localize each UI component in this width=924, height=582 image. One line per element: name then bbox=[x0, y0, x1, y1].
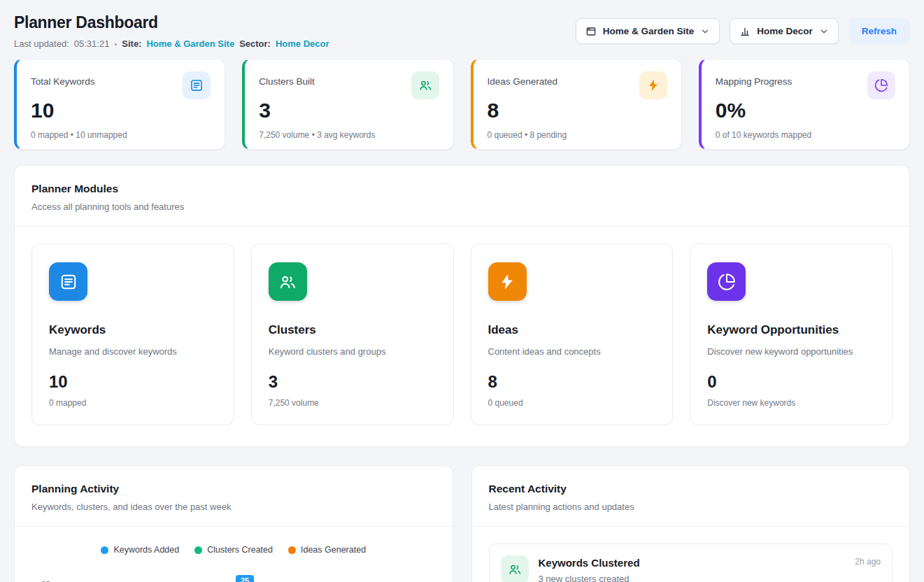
stat-card-top: Total Keywords bbox=[31, 71, 211, 99]
stat-card-clusters-built: Clusters Built 3 7,250 volume • 3 avg ke… bbox=[242, 59, 453, 150]
panel-title: Planning Activity bbox=[31, 483, 436, 495]
planner-modules-panel: Planner Modules Access all planning tool… bbox=[14, 165, 910, 447]
legend-item-clusters-created[interactable]: Clusters Created bbox=[194, 545, 273, 555]
pie-chart-icon bbox=[707, 262, 746, 301]
site-selector-value: Home & Garden Site bbox=[603, 26, 695, 36]
stat-card-ideas-generated: Ideas Generated 8 0 queued • 8 pending bbox=[471, 59, 682, 150]
meta-line: Last updated: 05:31:21 • Site: Home & Ga… bbox=[14, 38, 329, 49]
module-caption: 7,250 volume bbox=[269, 398, 436, 408]
lightning-icon bbox=[488, 262, 527, 301]
stat-value: 3 bbox=[259, 100, 439, 121]
chart-legend: Keywords Added Clusters Created Ideas Ge… bbox=[15, 545, 453, 555]
stat-label: Mapping Progress bbox=[716, 71, 792, 87]
module-card-keywords[interactable]: Keywords Manage and discover keywords 10… bbox=[31, 243, 234, 425]
module-description: Manage and discover keywords bbox=[49, 346, 217, 357]
stat-value: 8 bbox=[488, 100, 667, 121]
sector-label: Sector: bbox=[239, 38, 271, 49]
stat-caption: 7,250 volume • 3 avg keywords bbox=[259, 130, 439, 140]
legend-item-keywords-added[interactable]: Keywords Added bbox=[101, 545, 179, 555]
stat-value: 10 bbox=[31, 100, 211, 121]
module-value: 8 bbox=[488, 372, 656, 392]
stat-label: Ideas Generated bbox=[488, 71, 558, 87]
stat-value: 0% bbox=[716, 100, 895, 121]
stat-cards-row: Total Keywords 10 0 mapped • 10 unmapped… bbox=[14, 59, 910, 150]
module-card-keyword-opportunities[interactable]: Keyword Opportunities Discover new keywo… bbox=[690, 243, 893, 425]
module-caption: Discover new keywords bbox=[707, 398, 875, 408]
module-value: 10 bbox=[49, 372, 217, 392]
module-value: 3 bbox=[269, 372, 436, 392]
legend-label: Clusters Created bbox=[207, 545, 273, 555]
module-title: Ideas bbox=[488, 323, 656, 337]
stat-card-top: Mapping Progress bbox=[716, 71, 895, 99]
last-updated-label: Last updated: bbox=[14, 38, 69, 49]
legend-label: Ideas Generated bbox=[301, 545, 366, 555]
bar-chart-icon bbox=[739, 26, 751, 37]
module-description: Content ideas and concepts bbox=[488, 346, 656, 357]
recent-item-title: Keywords Clustered bbox=[539, 557, 846, 569]
panel-subtitle: Access all planning tools and features bbox=[31, 201, 893, 212]
planning-activity-panel: Planning Activity Keywords, clusters, an… bbox=[14, 465, 453, 582]
site-link[interactable]: Home & Garden Site bbox=[146, 38, 234, 49]
recent-item-body: Keywords Clustered 3 new clusters create… bbox=[539, 555, 846, 582]
header-left: Planner Dashboard Last updated: 05:31:21… bbox=[14, 14, 329, 49]
users-icon bbox=[269, 262, 307, 301]
sector-selector-dropdown[interactable]: Home Decor bbox=[730, 18, 839, 44]
stat-caption: 0 of 10 keywords mapped bbox=[716, 130, 895, 140]
meta-separator: • bbox=[114, 40, 117, 48]
pie-chart-icon bbox=[867, 71, 895, 99]
refresh-button[interactable]: Refresh bbox=[848, 18, 910, 44]
stat-card-top: Ideas Generated bbox=[488, 71, 667, 99]
module-description: Discover new keyword opportunities bbox=[707, 346, 875, 357]
sector-link[interactable]: Home Decor bbox=[276, 38, 329, 49]
modules-grid: Keywords Manage and discover keywords 10… bbox=[15, 227, 909, 446]
lightning-icon bbox=[639, 71, 667, 99]
divider bbox=[472, 526, 910, 527]
panel-header: Planner Modules Access all planning tool… bbox=[15, 166, 909, 226]
stat-card-total-keywords: Total Keywords 10 0 mapped • 10 unmapped bbox=[14, 59, 225, 150]
data-point-label: 25 bbox=[236, 575, 254, 582]
module-card-ideas[interactable]: Ideas Content ideas and concepts 8 0 que… bbox=[471, 243, 674, 425]
stat-label: Total Keywords bbox=[31, 71, 95, 87]
legend-label: Keywords Added bbox=[113, 545, 179, 555]
module-description: Keyword clusters and groups bbox=[269, 346, 436, 357]
panel-subtitle: Latest planning actions and updates bbox=[489, 502, 893, 512]
stat-card-top: Clusters Built bbox=[259, 71, 439, 99]
panel-header: Planning Activity Keywords, clusters, an… bbox=[15, 466, 453, 526]
divider bbox=[15, 526, 453, 527]
recent-item-timestamp: 2h ago bbox=[855, 557, 881, 567]
planner-dashboard-page: Planner Dashboard Last updated: 05:31:21… bbox=[0, 0, 924, 582]
panel-title: Recent Activity bbox=[489, 483, 893, 495]
module-title: Keyword Opportunities bbox=[707, 323, 875, 337]
site-icon bbox=[585, 26, 597, 37]
document-icon bbox=[183, 71, 211, 99]
bottom-row: Planning Activity Keywords, clusters, an… bbox=[14, 465, 910, 582]
stat-caption: 0 queued • 8 pending bbox=[488, 130, 667, 140]
document-icon bbox=[49, 262, 87, 301]
users-icon bbox=[411, 71, 439, 99]
module-caption: 0 queued bbox=[488, 398, 656, 408]
stat-label: Clusters Built bbox=[259, 71, 315, 87]
stat-caption: 0 mapped • 10 unmapped bbox=[31, 130, 211, 140]
users-icon bbox=[501, 555, 529, 582]
header-controls: Home & Garden Site Home Decor Refresh bbox=[576, 18, 910, 44]
recent-item-subtitle: 3 new clusters created bbox=[539, 574, 846, 582]
panel-header: Recent Activity Latest planning actions … bbox=[472, 466, 910, 526]
legend-item-ideas-generated[interactable]: Ideas Generated bbox=[288, 545, 366, 555]
chevron-down-icon bbox=[819, 27, 829, 36]
legend-dot bbox=[101, 546, 108, 554]
recent-activity-panel: Recent Activity Latest planning actions … bbox=[471, 465, 911, 582]
module-value: 0 bbox=[707, 372, 875, 392]
sector-selector-value: Home Decor bbox=[757, 26, 813, 36]
site-selector-dropdown[interactable]: Home & Garden Site bbox=[576, 18, 720, 44]
recent-activity-item[interactable]: Keywords Clustered 3 new clusters create… bbox=[489, 544, 893, 582]
module-caption: 0 mapped bbox=[49, 398, 217, 408]
module-card-clusters[interactable]: Clusters Keyword clusters and groups 3 7… bbox=[251, 243, 454, 425]
last-updated-value: 05:31:21 bbox=[74, 38, 110, 49]
panel-title: Planner Modules bbox=[31, 183, 893, 195]
topbar: Planner Dashboard Last updated: 05:31:21… bbox=[14, 14, 910, 49]
module-title: Keywords bbox=[49, 323, 217, 337]
legend-dot bbox=[194, 546, 202, 554]
page-title: Planner Dashboard bbox=[14, 14, 329, 31]
chevron-down-icon bbox=[700, 27, 710, 36]
panel-subtitle: Keywords, clusters, and ideas over the p… bbox=[31, 502, 436, 512]
